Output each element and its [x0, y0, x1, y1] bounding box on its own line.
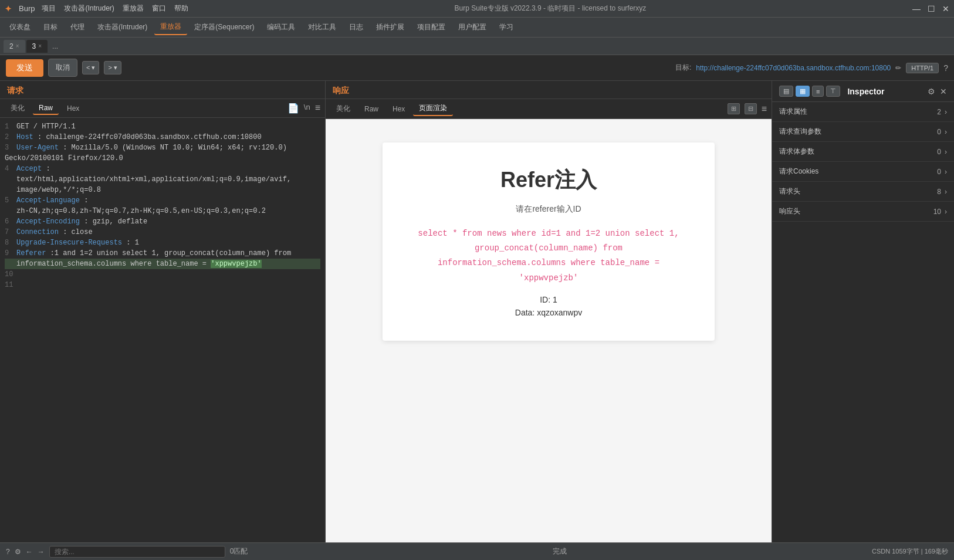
req-line-3: 3User-Agent : Mozilla/5.0 (Windows NT 10…: [5, 142, 320, 164]
response-tab-hex[interactable]: Hex: [387, 103, 411, 115]
nav-dashboard[interactable]: 仪表盘: [4, 20, 36, 35]
title-menu: 项目 攻击器(Intruder) 重放器 窗口 帮助: [42, 4, 188, 13]
menu-intruder[interactable]: 攻击器(Intruder): [64, 4, 114, 13]
response-tab-raw[interactable]: Raw: [358, 103, 384, 115]
inspector-cookies-arrow: ›: [945, 168, 947, 176]
inspector-query-params-arrow: ›: [945, 128, 947, 136]
request-newline-icon[interactable]: \n: [304, 103, 310, 114]
nav-logger[interactable]: 日志: [343, 20, 369, 35]
edit-target-icon[interactable]: ✏: [895, 64, 901, 72]
send-button[interactable]: 发送: [6, 59, 43, 77]
nav-user-options[interactable]: 用户配置: [452, 20, 492, 35]
nav-project-options[interactable]: 项目配置: [411, 20, 451, 35]
rendered-page: Refer注入 请在referer输入ID select * from news…: [326, 119, 772, 542]
inspector-resp-headers-count: 10: [933, 208, 941, 216]
nav-intruder[interactable]: 攻击器(Intruder): [92, 20, 153, 35]
inspector-req-headers-arrow: ›: [945, 188, 947, 196]
inspector-panel: ▤ ▦ ≡ ⊤ Inspector ⚙ ✕ 请求属性 2 › 请求查询参数 0 …: [772, 81, 954, 542]
menu-help[interactable]: 帮助: [174, 4, 188, 13]
request-menu-icon[interactable]: ≡: [315, 103, 320, 114]
nav-forward-button[interactable]: > ▾: [104, 61, 121, 74]
search-input[interactable]: [49, 546, 225, 558]
request-content[interactable]: 1GET / HTTP/1.1 2Host : challenge-224ffc…: [0, 118, 325, 542]
cancel-button[interactable]: 取消: [48, 59, 77, 77]
title-bar-left: ✦ Burp 项目 攻击器(Intruder) 重放器 窗口 帮助: [5, 4, 188, 13]
inspector-row-resp-headers[interactable]: 响应头 10 ›: [772, 202, 954, 222]
menu-bar: 仪表盘 目标 代理 攻击器(Intruder) 重放器 定序器(Sequence…: [0, 18, 954, 38]
inspector-header: ▤ ▦ ≡ ⊤ Inspector ⚙ ✕: [772, 81, 954, 102]
nav-decoder[interactable]: 编码工具: [261, 20, 301, 35]
request-panel: 请求 美化 Raw Hex 📄 \n ≡ 1GET / HTTP/1.1 2Ho…: [0, 81, 326, 542]
inspector-filter-btn[interactable]: ⊤: [826, 86, 840, 97]
req-line-2: 2Host : challenge-224ffc07d0d063ba.sandb…: [5, 132, 320, 142]
request-tab-raw[interactable]: Raw: [33, 102, 59, 115]
response-list-icon[interactable]: ⊟: [745, 103, 757, 114]
settings-status-icon[interactable]: ⚙: [15, 548, 21, 556]
req-line-4-cont2: image/webp,*/*;q=0.8: [5, 185, 320, 195]
inspector-resp-headers-arrow: ›: [945, 208, 947, 216]
tab-more[interactable]: ...: [49, 42, 62, 50]
inspector-row-query-params[interactable]: 请求查询参数 0 ›: [772, 122, 954, 142]
inspector-row-req-headers[interactable]: 请求头 8 ›: [772, 182, 954, 202]
response-panel-tabs: 美化 Raw Hex 页面渲染 ⊞ ⊟ ≡: [326, 99, 772, 119]
req-line-9-cont: information_schema.columns where table_n…: [5, 259, 320, 269]
request-tab-beautify[interactable]: 美化: [5, 101, 31, 115]
inspector-close-icon[interactable]: ✕: [940, 87, 947, 96]
app-name: Burp: [19, 4, 35, 13]
nav-extensions[interactable]: 插件扩展: [370, 20, 410, 35]
inspector-settings-icon[interactable]: ⚙: [928, 87, 935, 96]
nav-repeater[interactable]: 重放器: [154, 19, 187, 35]
inspector-req-attr-count: 2: [937, 108, 941, 116]
inspector-row-cookies[interactable]: 请求Cookies 0 ›: [772, 162, 954, 182]
tab-2-close[interactable]: ×: [16, 43, 19, 49]
sql-query-display: select * from news where id=1 and 1=2 un…: [418, 226, 679, 286]
close-button[interactable]: ✕: [942, 4, 949, 13]
nav-proxy[interactable]: 代理: [65, 20, 90, 35]
nav-learn[interactable]: 学习: [493, 20, 519, 35]
menu-project[interactable]: 项目: [42, 4, 56, 13]
nav-sequencer[interactable]: 定序器(Sequencer): [188, 20, 260, 35]
window-controls: — ☐ ✕: [912, 4, 949, 13]
req-line-4: 4Accept :: [5, 164, 320, 174]
inspector-row-req-attr[interactable]: 请求属性 2 ›: [772, 102, 954, 122]
menu-repeater[interactable]: 重放器: [123, 4, 144, 13]
burp-logo: ✦: [5, 4, 12, 13]
page-title: Refer注入: [418, 166, 679, 195]
back-status-icon[interactable]: ←: [26, 548, 33, 556]
req-line-1: 1GET / HTTP/1.1: [5, 121, 320, 132]
inspector-view-btn-2[interactable]: ▦: [796, 86, 810, 97]
response-menu-icon[interactable]: ≡: [762, 104, 767, 114]
nav-comparer[interactable]: 对比工具: [302, 20, 342, 35]
request-tab-icons: 📄 \n ≡: [287, 103, 320, 114]
response-grid-icon[interactable]: ⊞: [728, 103, 740, 114]
tabs-bar: 2 × 3 × ...: [0, 38, 954, 55]
maximize-button[interactable]: ☐: [928, 4, 935, 13]
req-line-5-cont: zh-CN,zh;q=0.8,zh-TW;q=0.7,zh-HK;q=0.5,e…: [5, 206, 320, 216]
help-status-icon[interactable]: ?: [6, 548, 10, 556]
response-tab-render[interactable]: 页面渲染: [413, 101, 453, 116]
status-bar: ? ⚙ ← → 0匹配 完成 CSDN 1059字节 | 169毫秒: [0, 542, 954, 560]
inspector-body-params-count: 0: [937, 148, 941, 156]
inspector-query-params-label: 请求查询参数: [779, 127, 937, 137]
nav-back-button[interactable]: < ▾: [82, 61, 99, 74]
tab-3[interactable]: 3 ×: [26, 40, 48, 53]
minimize-button[interactable]: —: [912, 4, 921, 13]
request-format-icon[interactable]: 📄: [287, 103, 299, 114]
inspector-row-body-params[interactable]: 请求体参数 0 ›: [772, 142, 954, 162]
window-title: Burp Suite专业版 v2022.3.9 - 临时项目 - license…: [455, 4, 647, 13]
req-line-9: 9Referer :1 and 1=2 union select 1, grou…: [5, 248, 320, 259]
tab-3-label: 3: [32, 42, 36, 50]
tab-3-close[interactable]: ×: [38, 43, 42, 49]
response-tab-beautify[interactable]: 美化: [330, 102, 356, 116]
http-version-badge[interactable]: HTTP/1: [906, 63, 939, 73]
nav-target[interactable]: 目标: [38, 20, 63, 35]
request-tab-hex[interactable]: Hex: [61, 103, 85, 114]
help-icon[interactable]: ?: [943, 63, 948, 73]
inspector-sort-btn[interactable]: ≡: [812, 86, 824, 97]
menu-window[interactable]: 窗口: [152, 4, 166, 13]
tab-2[interactable]: 2 ×: [4, 40, 25, 53]
inspector-view-btn-1[interactable]: ▤: [779, 86, 793, 97]
req-line-8: 8Upgrade-Insecure-Requests : 1: [5, 237, 320, 248]
forward-status-icon[interactable]: →: [38, 548, 45, 556]
req-line-5: 5Accept-Language :: [5, 195, 320, 206]
